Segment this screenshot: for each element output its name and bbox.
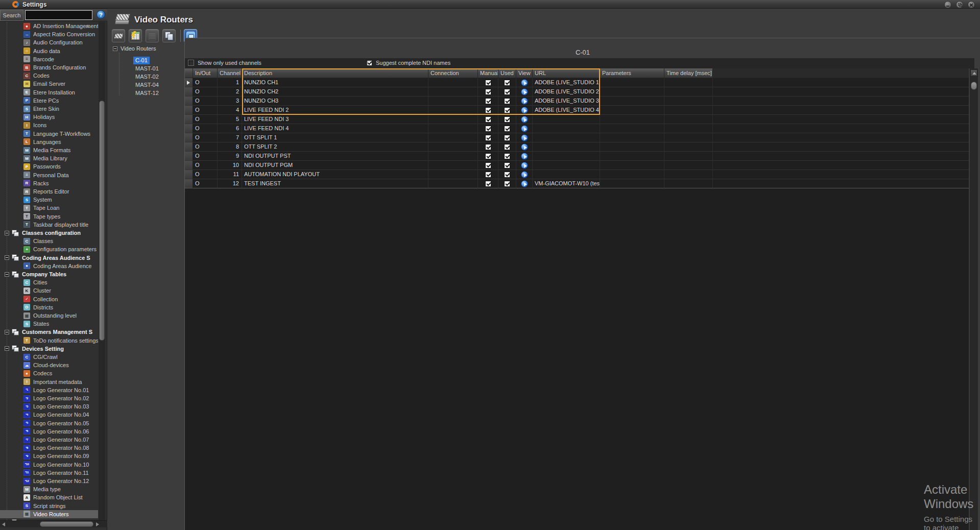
column-header-parameters[interactable]: Parameters [600, 68, 664, 78]
help-button[interactable]: ? [97, 10, 105, 19]
sidebar-item-coding-areas-audience-s[interactable]: Coding Areas Audience S [0, 254, 98, 262]
copy-button[interactable] [162, 29, 176, 42]
row-selector[interactable] [185, 115, 193, 124]
table-row[interactable]: O3NUNZIO CH3ADOBE (LIVE_STUDIO 3) [185, 97, 969, 106]
checkbox-icon[interactable] [188, 60, 194, 66]
sidebar-item-email-server[interactable]: ✉Email Server [0, 80, 98, 88]
row-selector[interactable] [185, 106, 193, 115]
sidebar-item-script-strings[interactable]: SScript strings [0, 502, 98, 510]
sidebar-item-audio-configuration[interactable]: ♪Audio Configuration [0, 38, 98, 46]
search-input[interactable] [25, 10, 92, 20]
checkbox-checked-icon[interactable] [504, 89, 510, 95]
checkbox-checked-icon[interactable] [485, 107, 491, 113]
table-row[interactable]: O2NUNZIO CH2ADOBE (LIVE_STUDIO 2) [185, 87, 969, 97]
table-row[interactable]: O6LIVE FEED NDI 4 [185, 124, 969, 133]
router-tree-item-mast-04[interactable]: MAST-04 [133, 81, 161, 89]
sidebar-item-video-routers[interactable]: ▦Video Routers [0, 510, 98, 518]
sidebar-item-classes[interactable]: CClasses [0, 237, 98, 245]
play-button-icon[interactable] [521, 98, 528, 105]
sidebar-item-cg-crawl[interactable]: CCG/Crawl [0, 353, 98, 361]
checkbox-checked-icon[interactable] [485, 181, 491, 187]
column-header-connection[interactable]: Connection [428, 68, 478, 78]
checkbox-checked-icon[interactable] [485, 144, 491, 150]
scroll-up-icon[interactable] [86, 25, 90, 28]
row-selector[interactable] [185, 161, 193, 170]
expander-icon[interactable] [5, 346, 9, 351]
scrollbar-thumb[interactable] [40, 521, 93, 527]
column-header-used[interactable]: Used [498, 68, 516, 78]
row-selector[interactable] [185, 87, 193, 97]
sidebar-item-icons[interactable]: IIcons [0, 121, 98, 129]
router-properties-button[interactable] [112, 29, 125, 42]
scrollbar-thumb[interactable] [99, 101, 105, 341]
sidebar-item-system[interactable]: SSystem [0, 196, 98, 204]
router-tree-item-c-01[interactable]: C-01 [133, 57, 150, 64]
checkbox-checked-icon[interactable] [504, 162, 510, 168]
column-header-channel[interactable]: Channel [218, 68, 242, 78]
play-button-icon[interactable] [521, 162, 528, 169]
column-header-in-out[interactable]: In/Out [193, 68, 218, 78]
sidebar-item-outstanding-level[interactable]: ▦Outstanding level [0, 311, 98, 320]
row-selector[interactable] [185, 170, 193, 179]
table-row[interactable]: O9NDI OUTPUT PST [185, 152, 969, 161]
sidebar-item-passwords[interactable]: PPasswords [0, 162, 98, 171]
play-button-icon[interactable] [521, 171, 528, 178]
scroll-right-icon[interactable] [96, 522, 99, 526]
sidebar-item-audio-data[interactable]: ○Audio data [0, 47, 98, 55]
table-row[interactable]: O1NUNZIO CH1ADOBE (LIVE_STUDIO 1) [185, 78, 969, 87]
play-button-icon[interactable] [521, 125, 528, 132]
checkbox-checked-icon[interactable] [485, 98, 491, 104]
checkbox-checked-icon[interactable] [504, 107, 510, 113]
sidebar-item-aspect-ratio-conversion[interactable]: ↔Aspect Ratio Conversion [0, 30, 98, 38]
sidebar-item-classes-configuration[interactable]: Classes configuration [0, 229, 98, 237]
play-button-icon[interactable] [521, 153, 528, 160]
channel-structure-button[interactable] [146, 29, 159, 42]
sidebar-item-districts[interactable]: DDistricts [0, 303, 98, 311]
table-row[interactable]: O5LIVE FEED NDI 3 [185, 115, 969, 124]
row-selector[interactable] [185, 179, 193, 188]
table-row[interactable]: O11AUTOMATION NDI PLAYOUT [185, 170, 969, 179]
sidebar-item-coding-areas-audience[interactable]: ●Coding Areas Audience [0, 262, 98, 270]
checkbox-checked-icon[interactable] [485, 89, 491, 95]
sidebar-item-codes[interactable]: CCodes [0, 71, 98, 80]
router-tree-root[interactable]: Video Routers [113, 45, 156, 52]
sidebar-item-logo-generator-no-10[interactable]: *10Logo Generator No.10 [0, 461, 98, 469]
sidebar-item-tape-types[interactable]: TTape types [0, 212, 98, 221]
sidebar-item-etere-installation[interactable]: EEtere Installation [0, 88, 98, 97]
sidebar-item-cluster[interactable]: KCluster [0, 286, 98, 295]
show-only-used-checkbox[interactable]: Show only used channels [188, 60, 261, 66]
sidebar-item-barcode[interactable]: ≡Barcode [0, 55, 98, 63]
row-selector[interactable] [185, 78, 193, 87]
row-selector[interactable] [185, 152, 193, 161]
checkbox-checked-icon[interactable] [504, 172, 510, 178]
restore-button[interactable] [956, 1, 963, 8]
sidebar-item-logo-generator-no-03[interactable]: *3Logo Generator No.03 [0, 402, 98, 411]
sidebar-item-cities[interactable]: CCities [0, 278, 98, 286]
sidebar-vertical-scrollbar[interactable] [99, 22, 105, 520]
scrollbar-thumb[interactable] [971, 82, 977, 90]
sidebar-item-media-library[interactable]: MMedia Library [0, 154, 98, 162]
sidebar-item-etere-pcs[interactable]: PEtere PCs [0, 97, 98, 105]
checkbox-checked-icon[interactable] [504, 144, 510, 150]
sidebar-item-logo-generator-no-04[interactable]: *4Logo Generator No.04 [0, 411, 98, 419]
sidebar-item-logo-generator-no-06[interactable]: *6Logo Generator No.06 [0, 427, 98, 436]
play-button-icon[interactable] [521, 116, 528, 123]
play-button-icon[interactable] [521, 180, 528, 187]
sidebar-item-logo-generator-no-01[interactable]: *1Logo Generator No.01 [0, 386, 98, 394]
expander-icon[interactable] [5, 330, 9, 334]
sidebar-item-logo-generator-no-11[interactable]: *11Logo Generator No.11 [0, 469, 98, 477]
checkbox-checked-icon[interactable] [485, 162, 491, 168]
router-tree-item-mast-12[interactable]: MAST-12 [133, 89, 161, 97]
sidebar-item-brands-configuration[interactable]: BBrands Configuration [0, 63, 98, 71]
sidebar-item-devices-setting[interactable]: Devices Setting [0, 345, 98, 353]
play-button-icon[interactable] [521, 134, 528, 141]
column-header-manual[interactable]: Manual [478, 68, 498, 78]
checkbox-checked-icon[interactable] [504, 126, 510, 132]
row-selector[interactable] [185, 142, 193, 152]
sidebar-item-todo-notifications-settings[interactable]: TToDo notifications settings [0, 336, 98, 345]
sidebar-item-customers-management-s[interactable]: Customers Management S [0, 328, 98, 336]
checkbox-checked-icon[interactable] [504, 181, 510, 187]
sidebar-item-media-type[interactable]: MMedia type [0, 485, 98, 493]
close-button[interactable] [968, 1, 975, 8]
play-button-icon[interactable] [521, 107, 528, 114]
